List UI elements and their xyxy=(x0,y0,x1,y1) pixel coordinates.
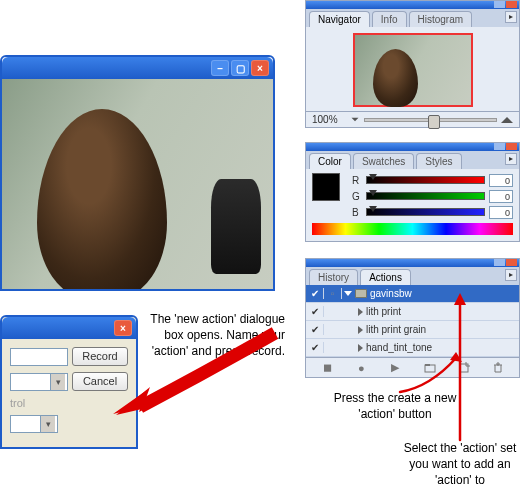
arrow-to-dialog xyxy=(110,315,288,425)
collapse-icon[interactable] xyxy=(494,259,505,266)
action-name-input[interactable] xyxy=(10,348,68,366)
annotation-select-note: Select the 'action' set you want to add … xyxy=(400,440,520,489)
action-name: lith print xyxy=(366,306,401,317)
b-slider[interactable] xyxy=(366,208,485,216)
svg-marker-6 xyxy=(454,293,466,305)
document-canvas[interactable] xyxy=(2,79,273,289)
toggle-checkbox[interactable]: ✔ xyxy=(306,324,324,335)
minimize-icon[interactable]: – xyxy=(211,60,229,76)
zoom-out-icon[interactable] xyxy=(352,118,359,122)
close-icon[interactable]: × xyxy=(251,60,269,76)
tab-styles[interactable]: Styles xyxy=(416,153,461,169)
action-set-name: gavinsbw xyxy=(370,288,412,299)
r-slider[interactable] xyxy=(366,176,485,184)
disclosure-icon[interactable] xyxy=(344,291,352,296)
disclosure-icon[interactable] xyxy=(358,344,363,352)
folder-icon xyxy=(355,289,367,298)
action-name: lith print grain xyxy=(366,324,426,335)
close-icon[interactable] xyxy=(506,143,517,150)
photo-image xyxy=(2,79,273,289)
tab-history[interactable]: History xyxy=(309,269,358,285)
foreground-swatch[interactable] xyxy=(312,173,340,201)
collapse-icon[interactable] xyxy=(494,143,505,150)
b-value[interactable]: 0 xyxy=(489,206,513,219)
panel-menu-icon[interactable]: ▸ xyxy=(505,269,517,281)
function-key-select[interactable] xyxy=(10,415,58,433)
navigator-thumbnail[interactable] xyxy=(353,33,473,107)
toggle-checkbox[interactable]: ✔ xyxy=(306,342,324,353)
document-window: – ▢ × xyxy=(0,55,275,291)
zoom-slider[interactable] xyxy=(364,118,497,122)
action-set-row[interactable]: ✔ ▫ gavinsbw xyxy=(306,285,519,303)
partial-label: trol xyxy=(10,397,25,409)
r-value[interactable]: 0 xyxy=(489,174,513,187)
navigator-panel: Navigator Info Histogram ▸ 100% xyxy=(305,0,520,128)
maximize-icon[interactable]: ▢ xyxy=(231,60,249,76)
collapse-icon[interactable] xyxy=(494,1,505,8)
stop-icon[interactable]: ◼ xyxy=(319,361,335,375)
color-spectrum[interactable] xyxy=(312,223,513,235)
disclosure-icon[interactable] xyxy=(358,308,363,316)
tab-color[interactable]: Color xyxy=(309,153,351,169)
action-set-select[interactable] xyxy=(10,373,68,391)
g-slider[interactable] xyxy=(366,192,485,200)
panel-header[interactable] xyxy=(306,143,519,151)
zoom-in-icon[interactable] xyxy=(501,117,513,123)
color-panel: Color Swatches Styles ▸ R 0 G 0 B 0 xyxy=(305,142,520,242)
panel-header[interactable] xyxy=(306,259,519,267)
channel-r-label: R xyxy=(352,175,362,186)
action-row[interactable]: ✔ lith print xyxy=(306,303,519,321)
g-value[interactable]: 0 xyxy=(489,190,513,203)
panel-menu-icon[interactable]: ▸ xyxy=(505,153,517,165)
tab-histogram[interactable]: Histogram xyxy=(409,11,473,27)
tab-navigator[interactable]: Navigator xyxy=(309,11,370,27)
tab-info[interactable]: Info xyxy=(372,11,407,27)
action-row[interactable]: ✔ lith print grain xyxy=(306,321,519,339)
arrow-to-set xyxy=(442,290,482,445)
toggle-dialog-icon[interactable]: ▫ xyxy=(324,288,342,299)
toggle-checkbox[interactable]: ✔ xyxy=(306,288,324,299)
close-icon[interactable] xyxy=(506,1,517,8)
channel-g-label: G xyxy=(352,191,362,202)
toggle-checkbox[interactable]: ✔ xyxy=(306,306,324,317)
record-icon[interactable]: ● xyxy=(353,361,369,375)
channel-b-label: B xyxy=(352,207,362,218)
close-icon[interactable] xyxy=(506,259,517,266)
tab-actions[interactable]: Actions xyxy=(360,269,411,285)
panel-header[interactable] xyxy=(306,1,519,9)
zoom-value[interactable]: 100% xyxy=(312,114,346,125)
tab-swatches[interactable]: Swatches xyxy=(353,153,414,169)
document-titlebar[interactable]: – ▢ × xyxy=(2,57,273,79)
disclosure-icon[interactable] xyxy=(358,326,363,334)
panel-menu-icon[interactable]: ▸ xyxy=(505,11,517,23)
trash-icon[interactable] xyxy=(490,361,506,375)
